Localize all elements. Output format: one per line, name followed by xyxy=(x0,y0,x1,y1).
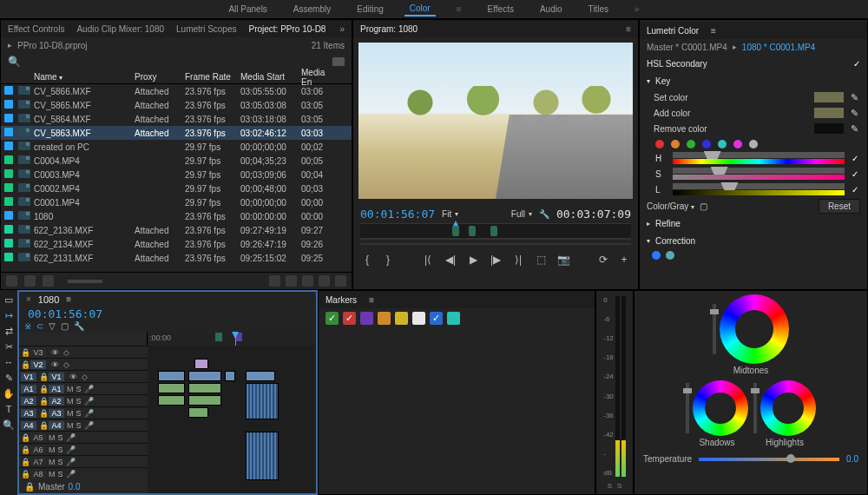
preset-green[interactable] xyxy=(687,140,695,148)
preset-red[interactable] xyxy=(655,140,664,148)
clip[interactable] xyxy=(194,359,208,369)
step-forward-icon[interactable]: |▶ xyxy=(489,253,503,267)
shadows-luma-slider[interactable] xyxy=(686,383,689,433)
mark-out-icon[interactable]: } xyxy=(381,253,395,267)
icon-view-icon[interactable] xyxy=(24,275,36,287)
clip[interactable] xyxy=(188,395,222,406)
ripple-tool-icon[interactable]: ⇄ xyxy=(3,325,15,337)
highlights-luma-slider[interactable] xyxy=(753,383,757,433)
project-row[interactable]: CV_5866.MXF Attached 23.976 fps 03:05:55… xyxy=(1,84,352,98)
program-scrubber[interactable] xyxy=(360,223,631,239)
markers-panel-menu-icon[interactable]: ≡ xyxy=(369,295,374,305)
remove-color-swatch[interactable] xyxy=(814,123,844,134)
remove-color-eyedropper-icon[interactable]: ✎ xyxy=(851,123,858,135)
marker-filter-blue[interactable] xyxy=(430,312,443,325)
track-v1-source[interactable]: V1 xyxy=(21,373,36,381)
preset-orange[interactable] xyxy=(671,140,680,148)
tab-audio-clip-mixer[interactable]: Audio Clip Mixer: 1080 xyxy=(76,24,164,34)
program-panel-menu-icon[interactable]: ≡ xyxy=(626,24,631,34)
workspace-effects[interactable]: Effects xyxy=(483,3,519,16)
key-twirl-icon[interactable]: ▾ xyxy=(647,77,650,85)
comparison-icon[interactable]: ⟳ xyxy=(596,253,610,267)
clip[interactable] xyxy=(158,383,185,393)
workspace-overflow-icon[interactable]: » xyxy=(629,3,645,16)
marker-filter-green[interactable] xyxy=(326,312,339,325)
insert-overwrite-icon[interactable]: ▢ xyxy=(61,321,69,331)
project-row[interactable]: CV_5865.MXF Attached 23.976 fps 03:05:03… xyxy=(1,98,352,112)
correction-mode-a[interactable] xyxy=(652,251,661,260)
tab-lumetri-scopes[interactable]: Lumetri Scopes xyxy=(176,24,236,34)
linked-selection-icon[interactable]: ⊂ xyxy=(36,321,43,331)
track-a8[interactable]: A8 xyxy=(30,470,46,478)
track-a4[interactable]: A4 xyxy=(49,421,64,430)
l-enable-check[interactable]: ✓ xyxy=(852,185,858,195)
export-frame-icon[interactable]: 📷 xyxy=(556,253,570,267)
correction-twirl-icon[interactable]: ▾ xyxy=(647,237,650,245)
track-a3[interactable]: A3 xyxy=(49,409,64,418)
clip[interactable] xyxy=(225,371,235,381)
preset-cyan[interactable] xyxy=(718,140,727,148)
track-a5[interactable]: A5 xyxy=(30,433,46,442)
workspace-color[interactable]: Color xyxy=(404,2,436,16)
project-row[interactable]: C0001.MP4 29.97 fps 00;00;00;00 00;00 xyxy=(1,195,352,209)
workspace-menu-icon[interactable]: ≡ xyxy=(451,3,467,16)
settings-icon[interactable]: 🔧 xyxy=(74,321,84,331)
new-bin-icon[interactable] xyxy=(269,275,280,287)
workspace-assembly[interactable]: Assembly xyxy=(288,3,336,16)
preset-magenta[interactable] xyxy=(733,140,742,148)
lift-icon[interactable]: ⬚ xyxy=(534,253,548,267)
marker-filter-red[interactable] xyxy=(343,312,356,325)
track-a7[interactable]: A7 xyxy=(30,458,46,466)
resolution-dropdown[interactable]: Full ▾ xyxy=(511,209,532,219)
program-timecode-in[interactable]: 00:01:56:07 xyxy=(360,208,435,221)
search-icon[interactable]: 🔍 xyxy=(8,56,21,68)
col-header-proxy[interactable]: Proxy xyxy=(135,72,185,82)
solo-l[interactable]: S xyxy=(608,482,612,494)
freeform-view-icon[interactable] xyxy=(43,275,54,287)
sequence-tab[interactable]: 1080 xyxy=(38,294,59,305)
track-a4-source[interactable]: A4 xyxy=(21,421,36,430)
clip-audio-block[interactable] xyxy=(246,432,279,480)
add-color-eyedropper-icon[interactable]: ✎ xyxy=(851,108,858,119)
project-row[interactable]: 1080 23.976 fps 00:00:00:00 00:00 xyxy=(1,209,352,223)
search-footer-icon[interactable] xyxy=(302,275,313,287)
step-back-icon[interactable]: ◀| xyxy=(444,253,457,267)
preset-blue[interactable] xyxy=(702,140,711,148)
project-row[interactable]: C0002.MP4 29.97 fps 00;00;48;00 00;03 xyxy=(1,182,352,195)
reset-button[interactable]: Reset xyxy=(819,199,860,214)
sat-slider[interactable] xyxy=(673,168,845,180)
add-color-swatch[interactable] xyxy=(814,108,844,118)
zoom-slider[interactable] xyxy=(68,280,102,283)
selection-tool-icon[interactable]: ▭ xyxy=(3,294,15,306)
go-to-in-icon[interactable]: |⟨ xyxy=(421,253,435,267)
track-a3-source[interactable]: A3 xyxy=(21,409,36,418)
timeline-timecode[interactable]: 00:01:56:07 xyxy=(24,307,106,320)
tab-markers[interactable]: Markers xyxy=(326,295,357,305)
tab-effect-controls[interactable]: Effect Controls xyxy=(8,24,64,34)
new-folder-icon[interactable] xyxy=(319,275,330,287)
new-item-icon[interactable] xyxy=(286,275,297,287)
marker-filter-yellow[interactable] xyxy=(395,312,408,325)
tab-project[interactable]: Project: PPro 10-D8 xyxy=(249,24,326,34)
play-icon[interactable]: ▶ xyxy=(466,253,480,267)
zoom-fit-dropdown[interactable]: Fit ▾ xyxy=(442,209,458,219)
delete-icon[interactable] xyxy=(335,275,346,287)
project-row[interactable]: C0003.MP4 29.97 fps 00;03;09;06 00;04 xyxy=(1,168,352,182)
hand-tool-icon[interactable]: ✋ xyxy=(3,387,15,399)
colorgray-dropdown[interactable]: Color/Gray ▾ ▢ xyxy=(647,201,812,211)
col-header-framerate[interactable]: Frame Rate xyxy=(185,72,240,82)
snap-icon[interactable]: ※ xyxy=(24,321,31,331)
list-view-icon[interactable] xyxy=(6,275,17,287)
project-row[interactable]: CV_5864.MXF Attached 23.976 fps 03:03:18… xyxy=(1,112,352,126)
program-viewport[interactable] xyxy=(358,43,633,199)
clip[interactable] xyxy=(188,383,222,393)
bin-chevron-icon[interactable]: ▸ xyxy=(8,41,12,50)
project-row[interactable]: 622_2134.MXF Attached 23.976 fps 09:26:4… xyxy=(1,237,352,251)
track-a2[interactable]: A2 xyxy=(49,397,64,406)
type-tool-icon[interactable]: T xyxy=(3,403,15,415)
clip[interactable] xyxy=(246,371,276,381)
wrench-icon[interactable]: 🔧 xyxy=(539,209,549,219)
col-header-name[interactable]: Name xyxy=(34,72,57,82)
project-row[interactable]: CV_5863.MXF Attached 23.976 fps 03:02:46… xyxy=(1,126,352,140)
solo-r[interactable]: S xyxy=(617,482,621,494)
